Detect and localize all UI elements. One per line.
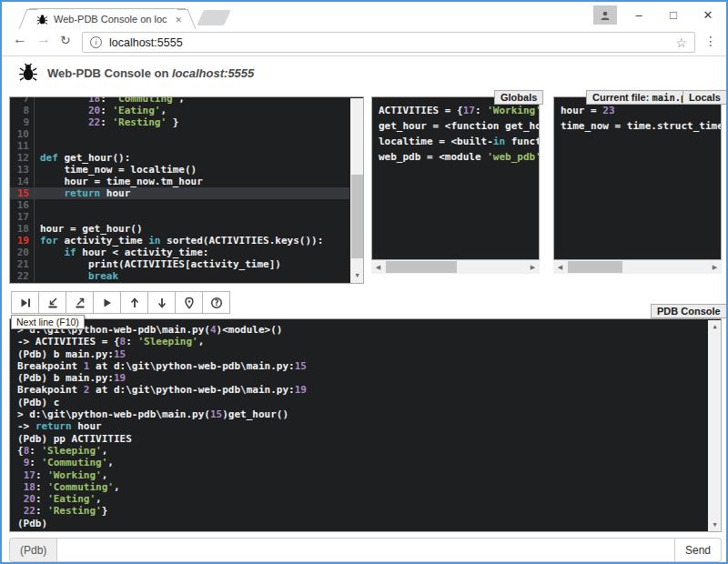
code-text: time_now = localtime() [35, 164, 197, 176]
address-bar[interactable]: i localhost:5555 ☆ [82, 32, 695, 53]
browser-toolbar: ← → ↻ i localhost:5555 ☆ ⋮ [2, 29, 726, 55]
bug-logo-icon [18, 63, 38, 83]
line-number[interactable]: 17 [10, 211, 35, 223]
help-button[interactable]: ? [202, 291, 230, 314]
line-number[interactable]: 14 [10, 176, 35, 187]
line-number[interactable]: 22 [10, 270, 35, 282]
line-number[interactable]: 16 [10, 199, 35, 211]
return-button[interactable] [66, 291, 94, 314]
console-line: (Pdb) b main.py:19 [17, 372, 700, 384]
code-line: 15 return hour [10, 187, 349, 199]
tab-title: Web-PDB Console on loc [54, 14, 172, 25]
send-button[interactable]: Send [675, 538, 722, 562]
code-line: 19for activity_time in sorted(ACTIVITIES… [10, 235, 349, 247]
code-text [35, 128, 40, 140]
code-vertical-scrollbar[interactable]: ▼ [350, 98, 364, 283]
line-number[interactable]: 9 [10, 116, 35, 128]
tab-close-icon[interactable]: × [175, 14, 182, 25]
code-line: 11 [10, 140, 349, 152]
code-line: 17 [10, 211, 349, 223]
close-button[interactable]: ✕ [692, 2, 724, 27]
console-line: (Pdb) pp ACTIVITIES [17, 433, 700, 445]
browser-menu-icon[interactable]: ⋮ [704, 34, 717, 48]
global-variable: web_pdb = <module 'web_pdb' from ' [379, 149, 532, 165]
back-icon[interactable]: ← [13, 31, 27, 47]
command-input[interactable] [56, 538, 675, 562]
line-number[interactable]: 10 [10, 128, 35, 140]
scrollbar-thumb[interactable] [351, 175, 363, 258]
scrollbar-thumb[interactable] [568, 261, 622, 273]
code-line: 8 20: 'Eating', [10, 105, 349, 116]
line-number[interactable]: 21 [10, 258, 35, 270]
code-text: hour = get_hour() [35, 223, 143, 235]
browser-titlebar: Web-PDB Console on loc × – □ ✕ [2, 2, 726, 29]
scroll-down-icon[interactable]: ▼ [708, 519, 722, 532]
console-line: 18: 'Commuting', [17, 481, 700, 493]
console-line: 22: 'Resting'} [17, 505, 700, 517]
global-variable: get_hour = <function get_hour at 0 [379, 118, 532, 134]
global-variable: ACTIVITIES = {17: 'Working', 18: ' [379, 103, 532, 118]
next-line-button[interactable] [11, 291, 39, 314]
console-vertical-scrollbar[interactable]: ▲ ▼ [708, 320, 722, 532]
code-line: 9 22: 'Resting' } [10, 116, 349, 128]
scroll-left-icon[interactable]: ◀ [553, 260, 567, 274]
bug-favicon [36, 14, 48, 25]
scrollbar-thumb[interactable] [386, 261, 457, 273]
code-text: break [35, 270, 118, 282]
tooltip: Next line (F10) [11, 315, 85, 329]
code-line: 21 print(ACTIVITIES[activity_time]) [10, 258, 349, 270]
scroll-left-icon[interactable]: ◀ [371, 260, 385, 274]
scroll-up-icon[interactable]: ▲ [708, 320, 722, 334]
reload-icon[interactable]: ↻ [60, 33, 71, 47]
locals-horizontal-scrollbar[interactable]: ◀ ▶ [553, 260, 722, 274]
locals-label: Locals [682, 90, 727, 105]
code-line: 16 [10, 199, 349, 211]
where-button[interactable] [175, 291, 203, 314]
scroll-down-icon[interactable]: ▼ [350, 269, 364, 283]
breakpoint-line-number[interactable]: 15 [10, 187, 35, 199]
info-icon[interactable]: i [90, 36, 102, 48]
bookmark-star-icon[interactable]: ☆ [675, 35, 687, 50]
local-variable: time_now = time.struct_time(tm_yea [561, 118, 714, 134]
down-button[interactable] [147, 291, 176, 314]
console-line: 20: 'Eating', [17, 493, 700, 505]
up-button[interactable] [120, 291, 148, 314]
line-number[interactable]: 13 [10, 164, 35, 176]
new-tab-button[interactable] [197, 10, 231, 25]
forward-icon[interactable]: → [36, 31, 51, 47]
line-number[interactable]: 8 [10, 105, 35, 116]
local-variable: hour = 23 [561, 103, 714, 118]
scroll-right-icon[interactable]: ▶ [708, 260, 722, 274]
browser-tab[interactable]: Web-PDB Console on loc × [29, 8, 186, 29]
code-text [35, 199, 40, 211]
continue-icon [101, 297, 114, 309]
global-variable: localtime = <built-in function loc [379, 134, 532, 149]
code-text [35, 140, 40, 152]
step-out-icon [74, 297, 86, 309]
line-number[interactable]: 20 [10, 247, 35, 258]
console-line: Breakpoint 1 at d:\git\python-web-pdb\ma… [17, 360, 700, 372]
arrow-down-icon [156, 297, 168, 309]
line-number[interactable]: 12 [10, 152, 35, 164]
breakpoint-line-number[interactable]: 19 [10, 235, 35, 247]
profile-button[interactable] [593, 5, 617, 25]
maximize-button[interactable]: □ [657, 2, 690, 27]
line-number[interactable]: 11 [10, 140, 35, 152]
code-text: def get_hour(): [35, 152, 130, 164]
console-line: (Pdb) c [17, 397, 700, 408]
url-text[interactable]: localhost:5555 [109, 36, 675, 49]
continue-button[interactable] [93, 291, 121, 314]
console-line: {8: 'Sleeping', [17, 445, 700, 457]
line-number[interactable]: 18 [10, 223, 35, 235]
line-number[interactable]: 7 [10, 97, 35, 105]
console-line: > d:\git\python-web-pdb\main.py(4)<modul… [17, 324, 700, 336]
globals-horizontal-scrollbar[interactable]: ◀ ▶ [371, 260, 540, 274]
help-icon: ? [210, 297, 223, 309]
command-input-bar: (Pdb) Send [9, 538, 722, 562]
code-text [35, 211, 40, 223]
scroll-right-icon[interactable]: ▶ [526, 260, 540, 274]
console-line: (Pdb) b main.py:15 [17, 348, 700, 360]
console-line: -> return hour [17, 420, 700, 432]
step-into-button[interactable] [38, 291, 66, 314]
minimize-button[interactable]: – [622, 2, 655, 27]
